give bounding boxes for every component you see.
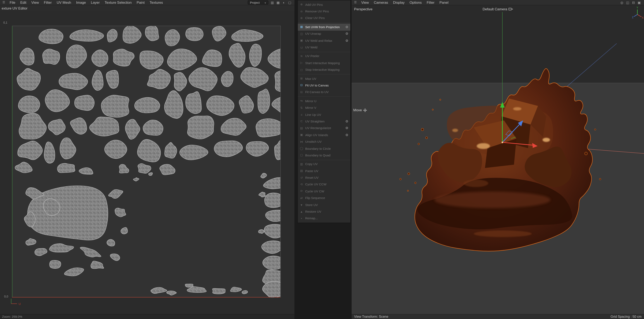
chocolate-droplet <box>594 129 596 130</box>
menu-item-line-up-uv: ≡Line Up UV <box>298 111 350 118</box>
menu-item-label: Paste UV <box>305 169 348 173</box>
chocolate-droplet <box>421 128 424 131</box>
uv-island[interactable] <box>74 95 94 111</box>
uv-peeler-icon: ≋ <box>300 55 304 58</box>
menu-item-store-uv: ▼Store UV <box>298 202 350 208</box>
gear-icon[interactable]: ⚙ <box>346 39 348 42</box>
uv-island[interactable] <box>57 163 75 173</box>
uv-island[interactable] <box>256 119 281 137</box>
chocolate-droplet <box>440 99 441 100</box>
shaded-view-icon[interactable]: ◎ <box>620 0 624 4</box>
menu-item-paste-uv: ▧Paste UV <box>298 168 350 174</box>
menu-item-label: UV Rectangularize <box>305 126 344 130</box>
axis-label-x: X <box>642 16 644 19</box>
grid-icon[interactable]: ▦ <box>276 0 280 4</box>
histogram-icon[interactable]: ▥ <box>270 0 274 4</box>
menu-item-uv-rectangularize: ▤UV Rectangularize⚙ <box>298 125 350 132</box>
menu-item-label: UV Straighten <box>305 120 344 123</box>
menu-filter[interactable]: Filter <box>42 0 54 4</box>
menu-options[interactable]: Options <box>407 0 424 4</box>
uv-island[interactable] <box>50 260 61 269</box>
chocolate-droplet <box>599 178 601 180</box>
uv-island[interactable] <box>188 116 214 139</box>
menu-item-label: UV Weld and Relax <box>305 39 344 42</box>
menu-item-mirror-u: ⇋Mirror U <box>298 98 350 104</box>
uv-island[interactable] <box>212 288 225 294</box>
camera-swap-icon <box>508 7 513 11</box>
menu-item-restore-uv: ▲Restore UV <box>298 208 350 215</box>
menu-item-boundary-to-circle: ◯Boundary to Circle <box>298 145 350 152</box>
uv-canvas-svg[interactable] <box>12 26 281 298</box>
split-vertical-icon[interactable]: ⊟ <box>631 0 636 4</box>
menu-layer[interactable]: Layer <box>88 0 102 4</box>
maximize-view-icon[interactable]: ▣ <box>637 0 642 4</box>
menu-view[interactable]: View <box>29 0 42 4</box>
project-dropdown[interactable]: Project ▾ <box>248 0 268 4</box>
project-dropdown-label: Project <box>250 0 260 4</box>
camera-label[interactable]: Default Camera <box>352 7 644 11</box>
gizmo-origin[interactable] <box>502 141 503 143</box>
menu-item-label: Align UV Islands <box>305 133 344 137</box>
uv-statusbar: Zoom: 259.0% <box>0 314 294 319</box>
menu-item-label: Fit UV to Canvas <box>305 84 348 87</box>
panel-title: exture UV Editor <box>0 5 29 11</box>
uv-commands-menu: ⊕Add UV Pins⊖Remove UV Pins⊗Clear UV Pin… <box>297 0 351 223</box>
menu-textures[interactable]: Textures <box>147 0 166 4</box>
uv-island[interactable] <box>42 49 60 64</box>
menu-display[interactable]: Display <box>390 0 407 4</box>
menu-texture-selection[interactable]: Texture Selection <box>102 0 134 4</box>
grid-spacing-status: Grid Spacing : 50 cm <box>611 315 642 319</box>
chocolate-droplet <box>407 190 408 191</box>
menu-item-uv-weld: ⊔UV Weld <box>298 44 350 51</box>
menu-item-clear-uv-pins: ⊗Clear UV Pins <box>298 15 350 22</box>
split-horizontal-icon[interactable]: ◫ <box>625 0 630 4</box>
gear-icon[interactable]: ⚙ <box>346 32 348 36</box>
hamburger-icon[interactable]: ☰ <box>353 1 358 4</box>
gear-icon[interactable]: ⚙ <box>346 133 348 137</box>
menu-item-reset-uv: ↺Reset UV <box>298 174 350 181</box>
viewport-scene-svg[interactable]: YXZ <box>352 5 644 314</box>
uv-island[interactable] <box>264 193 281 208</box>
menu-item-fit-uv-to-canvas[interactable]: ⊡Fit UV to Canvas <box>298 82 350 89</box>
menu-uv-mesh[interactable]: UV Mesh <box>54 0 74 4</box>
restore-uv-icon: ▲ <box>300 210 304 213</box>
cycle-uv-cw-icon: ⟳ <box>300 190 304 193</box>
uv-canvas[interactable]: 0,1 0,0 1,0 U <box>0 11 294 314</box>
menu-item-set-uvw-from-projection[interactable]: ▦Set UVW from Projection⚙ <box>298 23 350 30</box>
menu-item-label: Unstitch UV <box>305 140 348 144</box>
viewport-canvas[interactable]: YXZ Perspective Default Camera Move <box>352 5 644 314</box>
gear-icon[interactable]: ⚙ <box>346 25 348 29</box>
menu-view[interactable]: View <box>359 0 372 4</box>
menu-item-remap-: ▪Remap... <box>298 215 350 222</box>
gear-icon[interactable]: ⚙ <box>346 120 348 123</box>
viewport-menu-items: ViewCamerasDisplayOptionsFilterPanel <box>359 0 451 4</box>
empty-tile-icon[interactable]: ▢ <box>288 0 292 4</box>
axis-label-z: Z <box>632 16 634 19</box>
uv-island[interactable] <box>101 95 129 117</box>
uv-island[interactable] <box>186 27 203 41</box>
hamburger-icon[interactable]: ☰ <box>1 1 6 4</box>
menu-paint[interactable]: Paint <box>134 0 147 4</box>
menu-cameras[interactable]: Cameras <box>371 0 390 4</box>
menu-filter[interactable]: Filter <box>424 0 437 4</box>
sphere-preview-icon[interactable]: ◐ <box>282 0 286 4</box>
menu-item-label: Boundary to Quad <box>305 153 348 157</box>
menu-item-label: Cycle UV CCW <box>305 183 348 186</box>
menu-item-label: Start Interactive Mapping <box>305 61 348 65</box>
menu-edit[interactable]: Edit <box>18 0 29 4</box>
menu-item-label: UV Weld <box>305 45 348 49</box>
menu-item-label: Boundary to Circle <box>305 147 348 150</box>
start-interactive-mapping-icon: ▷ <box>300 61 304 65</box>
uv-island[interactable] <box>258 229 264 233</box>
menu-item-unstitch-uv: ⋈Unstitch UV <box>298 138 350 145</box>
menu-item-label: Cycle UV CW <box>305 190 348 193</box>
boundary-quad-icon: ▢ <box>300 154 304 157</box>
menu-panel[interactable]: Panel <box>437 0 451 4</box>
menu-file[interactable]: File <box>7 0 18 4</box>
menu-image[interactable]: Image <box>74 0 88 4</box>
uv-island[interactable] <box>185 284 193 287</box>
menu-item-label: Mirror V <box>305 106 348 110</box>
uv-unwrap-icon: ◫ <box>300 32 304 35</box>
active-tool-text: Move <box>353 108 362 112</box>
gear-icon[interactable]: ⚙ <box>346 126 348 130</box>
